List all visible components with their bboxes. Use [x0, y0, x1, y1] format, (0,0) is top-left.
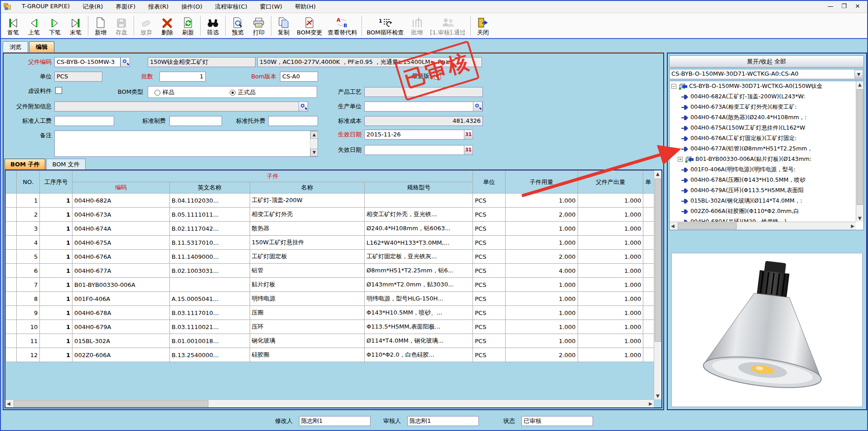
batch-field[interactable]: 1: [159, 72, 206, 82]
tree-horizontal-scrollbar[interactable]: ◀ ▶: [670, 222, 856, 230]
cell-seq[interactable]: 1: [40, 236, 72, 250]
cell-seq[interactable]: 1: [40, 222, 72, 236]
toolbar-button-bom-change[interactable]: BOM变更: [294, 14, 325, 38]
row-indicator[interactable]: [6, 236, 17, 250]
row-indicator[interactable]: [6, 320, 17, 334]
cell-qty[interactable]: 4.000: [505, 264, 578, 278]
table-row[interactable]: 41004H0-675AB.11.5317010...150W工矿灯悬挂件L16…: [6, 236, 661, 250]
expire-date-field[interactable]: [364, 145, 473, 155]
cell-code[interactable]: 004H0-675A: [72, 236, 170, 250]
table-row[interactable]: 71B01-BYB00330-006A贴片灯板Ø143mm*T2.0mm，贴30…: [6, 278, 661, 292]
cell-parent-out[interactable]: 1.000: [578, 194, 643, 208]
cell-code[interactable]: 004H0-673A: [72, 208, 170, 222]
tree-item[interactable]: 015BL-302A(钢化玻璃)(Ø114*T4.0MM，:: [670, 196, 856, 206]
toolbar-button-new[interactable]: 新增: [90, 14, 111, 38]
remark-textarea[interactable]: ▲ ▼: [54, 131, 318, 157]
cell-qty[interactable]: 2.000: [505, 250, 578, 264]
cell-spec[interactable]: Φ110*Φ2.0，白色硅胶...: [365, 348, 473, 362]
production-unit-lookup-button[interactable]: [473, 102, 482, 111]
cell-name[interactable]: 铝管: [250, 264, 365, 278]
cell-no[interactable]: 9: [16, 306, 40, 320]
cell-unit[interactable]: PCS: [473, 250, 505, 264]
scroll-up-icon[interactable]: ▲: [310, 131, 318, 139]
expand-collapse-all-button[interactable]: 展开/收起 全部: [669, 55, 864, 68]
cell-spec[interactable]: L243*W243*T1.0MM.亚光...: [365, 194, 473, 208]
cell-no[interactable]: 8: [16, 292, 40, 306]
scroll-left-icon[interactable]: ◀: [7, 401, 10, 406]
tree-item[interactable]: 004H0-676A(工矿灯固定板)(工矿灯固定:: [670, 133, 856, 144]
cell-code[interactable]: 004H0-677A: [72, 264, 170, 278]
effective-date-field[interactable]: 2015-11-26: [364, 130, 473, 140]
cell-name[interactable]: 硅胶圈: [250, 348, 365, 362]
cell-spec[interactable]: 相变工矿灯外壳，亚光铁...: [365, 208, 473, 222]
scroll-down-icon[interactable]: ▼: [310, 149, 318, 156]
toolbar-button-last-record[interactable]: 末笔: [65, 14, 86, 38]
tree-item[interactable]: 004H0-677A(铝管)(Ø8mm*H51*T2.25mm，: [670, 144, 856, 154]
tree-root-item[interactable]: −CS-BYB-O-150MW-30D71-WCTKG-A0(150W钛金: [670, 81, 856, 92]
cell-parent-out[interactable]: 1.000: [578, 348, 643, 362]
bom-type-sample-radio[interactable]: 样品: [154, 88, 174, 97]
toolbar-button-substitute[interactable]: AB查看替代料: [325, 14, 360, 38]
production-unit-field[interactable]: [364, 102, 483, 111]
row-indicator[interactable]: [6, 264, 17, 278]
cell-spec[interactable]: Φ143*H10.5MM，喷砂、...: [365, 306, 473, 320]
cell-code[interactable]: 015BL-302A: [72, 334, 170, 348]
bom-version-dropdown[interactable]: CS-BYB-O-150MW-30D71-WCTKG-A0:CS-A0 ▼: [669, 69, 864, 79]
cell-no[interactable]: 5: [16, 250, 40, 264]
cell-seq[interactable]: 1: [40, 278, 72, 292]
cell-no[interactable]: 2: [16, 208, 40, 222]
cell-parent-out[interactable]: 1.000: [578, 208, 643, 222]
cell-spec[interactable]: Φ113.5*H5MM,表面阳极...: [365, 320, 473, 334]
tree-item[interactable]: 004H0-674A(散热器)(Ø240.4*H108mm，:: [670, 112, 856, 123]
cell-name[interactable]: 贴片灯板: [250, 278, 365, 292]
cell-spec[interactable]: 工矿灯固定板，亚光铁灰...: [365, 250, 473, 264]
cell-seq[interactable]: 1: [40, 306, 72, 320]
toolbar-button-refresh[interactable]: 刷新: [178, 14, 198, 38]
cell-qty[interactable]: 1.000: [505, 222, 578, 236]
scroll-up-icon[interactable]: ▲: [656, 171, 660, 176]
cell-name[interactable]: 工矿灯固定板: [250, 250, 365, 264]
cell-name[interactable]: 工矿灯-顶盖-200W: [250, 194, 365, 208]
cell-code[interactable]: 004H0-678A: [72, 306, 170, 320]
table-row[interactable]: 51004H0-676AB.11.1409000...工矿灯固定板工矿灯固定板，…: [6, 250, 661, 264]
std-labor-field[interactable]: [54, 116, 114, 126]
cell-en-name[interactable]: B.02.1003031...: [169, 264, 250, 278]
col-header-name[interactable]: 名称: [250, 182, 365, 194]
expire-date-calendar-button[interactable]: 31: [464, 145, 473, 155]
cell-spec[interactable]: Ø114*T4.0MM，钢化玻璃...: [365, 334, 473, 348]
cell-code[interactable]: 004H0-676A: [72, 250, 170, 264]
cell-parent-out[interactable]: 1.000: [578, 236, 643, 250]
cell-name[interactable]: 钢化玻璃: [250, 334, 365, 348]
col-header-no[interactable]: NO.: [16, 171, 40, 194]
tab-edit[interactable]: 编辑: [29, 41, 54, 52]
tab-browse[interactable]: 浏览: [3, 41, 28, 52]
toolbar-button-prev-record[interactable]: 上笔: [24, 14, 44, 38]
cell-qty[interactable]: 2.000: [505, 208, 578, 222]
cell-parent-out[interactable]: 1.000: [578, 250, 643, 264]
cell-qty[interactable]: 1.000: [505, 334, 578, 348]
cell-parent-out[interactable]: 1.000: [578, 320, 643, 334]
table-row[interactable]: 31004H0-674AB.02.1117042...散热器Ø240.4*H10…: [6, 222, 661, 236]
cell-seq[interactable]: 1: [40, 348, 72, 362]
toolbar-button-copy[interactable]: 复制: [273, 14, 294, 38]
tree-item[interactable]: 004H0-682A(工矿灯-顶盖-200W)(L243*W:: [670, 92, 856, 102]
col-header-spec[interactable]: 规格型号: [365, 182, 473, 194]
toolbar-button-print[interactable]: 打印: [248, 14, 269, 38]
cell-unit[interactable]: PCS: [473, 194, 505, 208]
cell-no[interactable]: 4: [16, 236, 40, 250]
table-row[interactable]: 91004H0-678AB.03.1117010...压圈Φ143*H10.5M…: [6, 306, 661, 320]
row-indicator[interactable]: [6, 250, 17, 264]
cell-unit[interactable]: PCS: [473, 222, 505, 236]
cell-parent-out[interactable]: 1.000: [578, 306, 643, 320]
cell-en-name[interactable]: [169, 278, 250, 292]
cell-parent-out[interactable]: 1.000: [578, 334, 643, 348]
menu-item-8[interactable]: 帮助(H): [289, 1, 322, 13]
scroll-down-icon[interactable]: ▼: [656, 393, 660, 398]
cell-no[interactable]: 12: [16, 348, 40, 362]
cell-en-name[interactable]: B.11.5317010...: [169, 236, 250, 250]
maximize-button[interactable]: ❐: [838, 2, 850, 11]
cell-name[interactable]: 压圈: [250, 306, 365, 320]
row-indicator[interactable]: [6, 278, 17, 292]
cell-no[interactable]: 6: [16, 264, 40, 278]
cell-parent-out[interactable]: 1.000: [578, 292, 643, 306]
